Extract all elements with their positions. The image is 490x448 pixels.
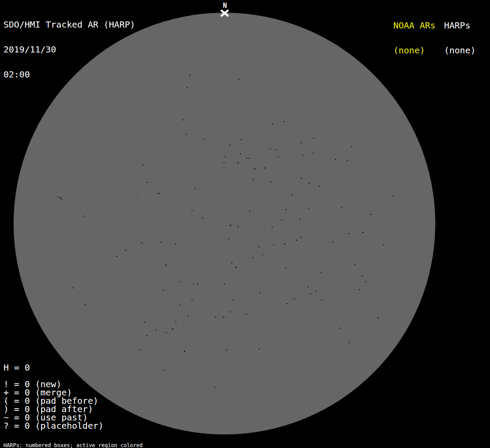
magnetic-speckle [273,245,274,245]
magnetic-speckle [143,164,144,165]
magnetic-speckle [202,217,203,218]
magnetic-speckle [60,200,60,201]
magnetic-speckle [230,312,231,312]
magnetic-speckle [259,246,259,247]
magnetic-speckle [165,265,167,266]
magnetic-speckle [349,342,350,343]
magnetic-speckle [144,322,145,322]
magnetic-speckle [139,349,140,350]
magnetic-speckle [193,284,194,284]
magnetic-speckle [313,153,314,154]
magnetic-speckle [301,178,302,179]
plot-time: 02:00 [4,70,135,79]
magnetic-speckle [214,387,215,388]
magnetic-speckle [281,219,282,220]
magnetic-speckle [228,238,229,239]
magnetic-speckle [229,145,230,146]
magnetic-speckle [246,314,247,315]
magnetic-speckle [253,179,254,180]
magnetic-speckle [238,79,239,80]
magnetic-speckle [393,195,394,196]
magnetic-speckle [156,329,157,330]
magnetic-speckle [286,209,287,210]
magnetic-speckle [59,198,60,199]
magnetic-speckle [182,119,183,120]
magnetic-speckle [278,156,279,157]
magnetic-speckle [204,139,205,140]
magnetic-speckle [231,262,232,263]
magnetic-speckle [348,233,349,234]
magnetic-speckle [270,148,271,149]
magnetic-speckle [51,194,51,195]
legend: H = 0 ! = 0 (new)+ = 0 (merge)( = 0 (pad… [4,364,104,430]
magnetic-speckle [319,186,320,187]
magnetic-speckle [249,211,250,212]
magnetic-speckle [254,168,256,169]
magnetic-speckle [309,183,310,184]
magnetic-speckle [45,211,45,211]
magnetic-speckle [351,146,352,147]
magnetic-speckle [383,245,384,245]
magnetic-speckle [175,321,176,322]
legend-line: H = 0 [4,364,104,372]
magnetic-speckle [308,208,309,209]
magnetic-speckle [354,264,355,265]
magnetic-speckle [166,332,167,333]
magnetic-speckle [313,138,314,139]
magnetic-speckle [137,194,138,195]
magnetic-speckle [341,207,342,208]
harps-label: HARPs [444,21,476,30]
magnetic-speckle [187,87,188,88]
magnetic-speckle [197,284,198,284]
magnetic-speckle [184,351,185,352]
magnetic-speckle [287,303,287,304]
magnetic-speckle [125,250,126,251]
magnetic-speckle [252,257,253,258]
magnetic-speckle [259,349,259,350]
plot-date: 2019/11/30 [4,46,135,54]
magnetic-speckle [225,156,226,157]
north-cross-icon [220,9,230,18]
magnetic-speckle [224,162,224,163]
legend-line: ? = 0 (placeholder) [4,422,104,430]
magnetic-speckle [321,299,322,300]
magnetic-speckle [116,256,117,257]
magnetic-speckle [60,197,61,198]
magnetic-speckle [272,123,273,124]
magnetic-speckle [85,304,86,305]
magnetic-speckle [291,194,292,195]
footer-captions: HARPs: numbered boxes; active region col… [4,434,187,448]
magnetic-speckle [215,317,216,318]
magnetic-speckle [364,232,364,233]
magnetic-speckle [161,242,161,243]
plot-title: SDO/HMI Tracked AR (HARP) [4,21,135,29]
magnetic-speckle [192,300,192,301]
magnetic-speckle [285,267,286,268]
magnetic-speckle [73,287,74,288]
magnetic-speckle [57,196,58,197]
magnetic-speckle [195,188,196,189]
magnetic-speckle [315,291,316,292]
magnetic-speckle [224,284,225,284]
magnetic-speckle [272,227,273,228]
magnetic-speckle [302,155,303,156]
north-label: N [220,3,230,9]
magnetic-speckle [332,242,333,242]
magnetic-speckle [310,293,311,294]
magnetic-speckle [259,292,260,293]
magnetic-speckle [238,226,238,227]
magnetic-speckle [233,299,234,300]
magnetic-speckle [300,219,301,220]
magnetic-speckle [241,139,242,140]
magnetic-speckle [365,281,366,282]
magnetic-speckle [235,267,237,268]
magnetic-speckle [147,182,148,183]
magnetic-speckle [180,281,181,282]
footer-caption-harps: HARPs: numbered boxes; active region col… [4,443,187,448]
magnetic-speckle [147,335,147,336]
magnetic-speckle [301,237,301,238]
magnetic-speckle [270,182,271,182]
magnetic-speckle [378,318,378,318]
magnetic-speckle [240,154,241,154]
magnetic-speckle [164,370,165,371]
